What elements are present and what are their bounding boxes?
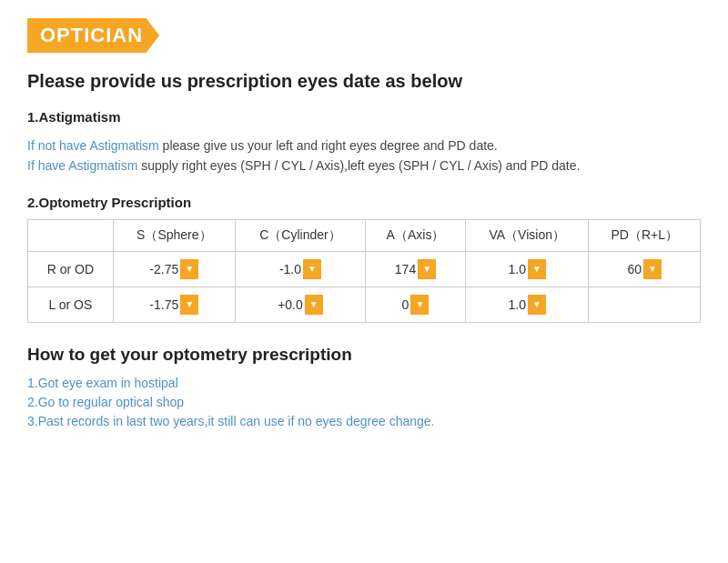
cylinder-os-value: +0.0	[278, 297, 303, 312]
how-to-list: 1.Got eye exam in hostipal 2.Go to regul…	[27, 376, 701, 428]
section2-title: 2.Optometry Prescription	[27, 195, 701, 210]
col-header-cylinder: C（Cylinder）	[235, 219, 365, 251]
section1-title: 1.Astigmatism	[27, 106, 701, 128]
list-item: 2.Go to regular optical shop	[27, 395, 701, 409]
table-header-row: S（Sphere） C（Cylinder） A（Axis） VA（Vision）…	[28, 219, 701, 251]
col-header-pd: PD（R+L）	[589, 219, 701, 251]
vision-od-cell: 1.0 ▼	[465, 251, 588, 287]
axis-os-cell: 0 ▼	[366, 287, 466, 322]
prescription-table: S（Sphere） C（Cylinder） A（Axis） VA（Vision）…	[27, 219, 701, 323]
section1-line1-prefix: If not have Astigmatism	[27, 138, 159, 153]
pd-od-dropdown[interactable]: ▼	[643, 259, 662, 279]
header-badge: OPTICIAN	[27, 18, 159, 53]
vision-os-dropdown[interactable]: ▼	[528, 295, 546, 315]
col-header-axis: A（Axis）	[366, 219, 466, 251]
sphere-os-dropdown[interactable]: ▼	[180, 295, 198, 315]
row-label-od: R or OD	[28, 251, 114, 287]
vision-od-dropdown[interactable]: ▼	[528, 259, 546, 279]
sphere-od-value: -2.75	[149, 262, 178, 276]
sphere-od-dropdown[interactable]: ▼	[180, 259, 198, 279]
section1-line2: If have Astigmatism supply right eyes (S…	[27, 156, 701, 176]
cylinder-od-cell: -1.0 ▼	[235, 251, 365, 287]
list-item: 3.Past records in last two years,it stil…	[27, 414, 701, 428]
list-item: 1.Got eye exam in hostipal	[27, 376, 701, 390]
section1-line1: If not have Astigmatism please give us y…	[27, 136, 701, 156]
cylinder-os-dropdown[interactable]: ▼	[305, 295, 323, 315]
how-to-item-1[interactable]: 1.Got eye exam in hostipal	[27, 376, 701, 390]
section1-block: 1.Astigmatism If not have Astigmatism pl…	[27, 106, 701, 176]
axis-od-dropdown[interactable]: ▼	[418, 259, 436, 279]
section1-line2-prefix: If have Astigmatism	[27, 158, 137, 173]
sphere-os-cell: -1.75 ▼	[113, 287, 235, 322]
axis-od-cell: 174 ▼	[366, 251, 466, 287]
cylinder-os-cell: +0.0 ▼	[235, 287, 365, 322]
pd-os-cell	[589, 287, 701, 322]
sphere-od-cell: -2.75 ▼	[113, 251, 235, 287]
how-to-item-2[interactable]: 2.Go to regular optical shop	[27, 395, 701, 409]
how-to-item-3[interactable]: 3.Past records in last two years,it stil…	[27, 414, 701, 428]
table-row: R or OD -2.75 ▼ -1.0 ▼	[28, 251, 701, 287]
cylinder-od-dropdown[interactable]: ▼	[303, 259, 321, 279]
axis-od-value: 174	[395, 262, 416, 276]
col-header-vision: VA（Vision）	[465, 219, 588, 251]
cylinder-od-value: -1.0	[279, 262, 301, 276]
axis-os-dropdown[interactable]: ▼	[410, 295, 429, 315]
vision-os-cell: 1.0 ▼	[465, 287, 588, 322]
sphere-os-value: -1.75	[149, 297, 178, 312]
col-header-sphere: S（Sphere）	[113, 219, 235, 251]
axis-os-value: 0	[402, 297, 410, 312]
how-to-title: How to get your optometry prescription	[27, 345, 701, 365]
vision-od-value: 1.0	[508, 262, 525, 276]
col-header-label	[28, 219, 114, 251]
vision-os-value: 1.0	[508, 297, 525, 312]
pd-od-cell: 60 ▼	[589, 251, 701, 287]
main-title: Please provide us prescription eyes date…	[27, 71, 701, 92]
pd-od-value: 60	[627, 262, 642, 276]
row-label-os: L or OS	[28, 287, 114, 322]
table-row: L or OS -1.75 ▼ +0.0 ▼	[28, 287, 701, 322]
